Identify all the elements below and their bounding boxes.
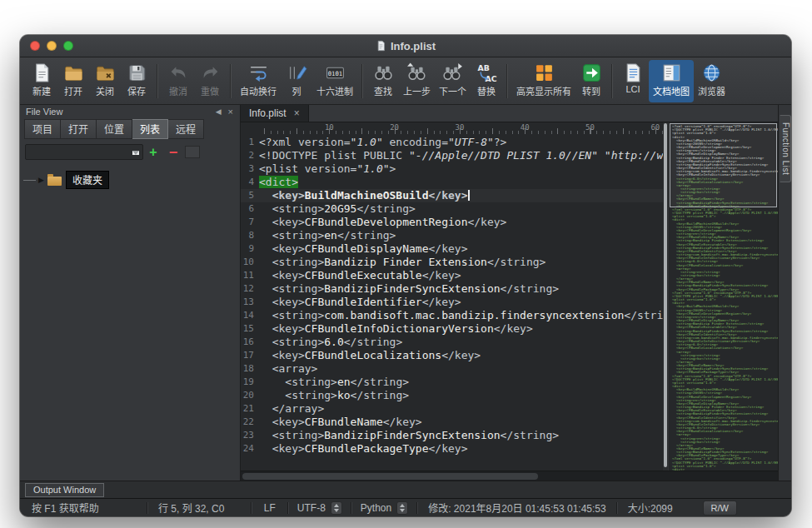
code-line-2[interactable]: 2<!DOCTYPE plist PUBLIC "-//Apple//DTD P…: [241, 149, 663, 162]
function-list-tab[interactable]: Function List: [780, 115, 791, 182]
code-line-21[interactable]: 21 </array>: [241, 402, 663, 416]
code-line-3[interactable]: 3<plist version="1.0">: [241, 162, 663, 176]
toolbar-separator: [611, 64, 613, 98]
toolbar-button-highlight-all[interactable]: 高亮显示所有: [512, 60, 575, 102]
minimize-window-button[interactable]: [47, 41, 57, 51]
toolbar-button-replace[interactable]: ABAC替换: [471, 60, 502, 102]
code-line-8[interactable]: 8 <string>en</string>: [241, 229, 663, 242]
status-help-text: 按 F1 获取帮助: [20, 501, 147, 515]
panel-close-icon[interactable]: ×: [228, 107, 233, 117]
undo-icon: [168, 62, 189, 83]
panel-collapse-icon[interactable]: ◀: [216, 107, 222, 116]
favorite-extra-button[interactable]: [185, 146, 200, 158]
sidebar-tab-location[interactable]: 位置: [97, 119, 132, 139]
code-line-6[interactable]: 6 <string>20G95</string>: [241, 202, 663, 216]
toolbar: 新建打开关闭保存撤消重做自动换行列0101十六进制查找上一步下一个ABAC替换高…: [20, 57, 791, 105]
toolbar-button-open-file[interactable]: 打开: [57, 60, 89, 102]
toolbar-button-label: 新建: [32, 84, 51, 97]
find-next-icon: [442, 62, 463, 83]
favorites-dropdown[interactable]: [25, 144, 143, 160]
vertical-scrollbar-thumb[interactable]: [664, 123, 667, 467]
toolbar-button-new-file[interactable]: 新建: [26, 60, 57, 102]
code-editor[interactable]: 1<?xml version="1.0" encoding="UTF-8"?>2…: [241, 134, 663, 471]
tree-expander-icon[interactable]: ▶: [38, 177, 44, 184]
sidebar-tab-list[interactable]: 列表: [132, 119, 168, 139]
toolbar-button-doc-map[interactable]: 文档地图: [649, 60, 694, 102]
output-window-button[interactable]: Output Window: [25, 483, 104, 497]
horizontal-scrollbar-thumb[interactable]: [242, 473, 538, 480]
file-view-panel: File View ◀ × 项目打开位置列表远程 + − ▶: [20, 105, 241, 481]
column-ruler: 102030405060: [241, 122, 663, 134]
code-line-7[interactable]: 7 <key>CFBundleDevelopmentRegion</key>: [241, 216, 663, 229]
code-line-16[interactable]: 16 <string>6.0</string>: [241, 336, 663, 349]
toolbar-button-browser[interactable]: 浏览器: [694, 60, 730, 102]
code-line-9[interactable]: 9 <key>CFBundleDisplayName</key>: [241, 242, 663, 256]
code-line-text: <?xml version="1.0" encoding="UTF-8"?>: [259, 136, 663, 149]
find-prev-icon: [406, 62, 427, 83]
code-line-text: <string>20G95</string>: [259, 202, 663, 216]
line-number: 1: [241, 136, 259, 149]
open-folder-icon: [63, 62, 84, 83]
code-line-15[interactable]: 15 <key>CFBundleInfoDictionaryVersion</k…: [241, 322, 663, 336]
toolbar-button-label: 十六进制: [316, 84, 353, 97]
code-line-22[interactable]: 22 <key>CFBundleName</key>: [241, 416, 663, 429]
toolbar-button-label: 保存: [127, 84, 146, 97]
code-line-4[interactable]: 4<dict>: [241, 176, 663, 189]
toolbar-button-save-file[interactable]: 保存: [121, 60, 152, 102]
status-cursor-position: 行 5, 列 32, C0: [148, 501, 251, 515]
code-line-17[interactable]: 17 <key>CFBundleLocalizations</key>: [241, 349, 663, 362]
code-line-1[interactable]: 1<?xml version="1.0" encoding="UTF-8"?>: [241, 136, 663, 149]
document-icon: [376, 40, 386, 52]
read-write-mode-button[interactable]: R/W: [703, 501, 737, 516]
code-line-19[interactable]: 19 <string>en</string>: [241, 376, 663, 389]
matched-tag-highlight: <dict>: [259, 176, 298, 188]
document-map-viewport[interactable]: [670, 123, 777, 207]
code-line-12[interactable]: 12 <string>BandizipFinderSyncExtension</…: [241, 282, 663, 296]
horizontal-scrollbar[interactable]: [241, 471, 778, 481]
encoding-stepper[interactable]: [331, 501, 342, 515]
line-number: 8: [241, 229, 259, 242]
tree-item-label[interactable]: 收藏夹: [66, 171, 109, 189]
toolbar-separator: [506, 64, 508, 98]
document-map[interactable]: <?xml version="1.0" encoding="UTF-8"?><!…: [668, 122, 778, 471]
sidebar-tab-open[interactable]: 打开: [61, 119, 97, 139]
toolbar-button-find[interactable]: 查找: [367, 60, 399, 102]
toolbar-button-hex-mode[interactable]: 0101十六进制: [312, 60, 357, 102]
toolbar-button-word-wrap[interactable]: 自动换行: [236, 60, 281, 102]
tree-item-favorites[interactable]: ▶ 收藏夹: [23, 172, 240, 187]
zoom-window-button[interactable]: [63, 41, 73, 51]
toolbar-button-label: 重做: [201, 84, 219, 97]
toolbar-button-find-next[interactable]: 下一个: [435, 60, 471, 102]
toolbar-button-column-mode[interactable]: 列: [281, 60, 312, 102]
remove-favorite-button[interactable]: −: [163, 144, 183, 160]
tab-close-icon[interactable]: ×: [294, 108, 300, 118]
traffic-lights: [30, 41, 73, 51]
code-line-24[interactable]: 24 <key>CFBundlePackageType</key>: [241, 442, 663, 456]
sidebar-tab-project[interactable]: 项目: [24, 119, 61, 139]
toolbar-separator: [157, 64, 158, 98]
sidebar-tab-remote[interactable]: 远程: [168, 119, 204, 139]
toolbar-button-find-prev[interactable]: 上一步: [399, 60, 435, 102]
folder-icon: [47, 177, 62, 186]
highlight-all-icon: [534, 62, 555, 83]
code-line-13[interactable]: 13 <key>CFBundleIdentifier</key>: [241, 296, 663, 309]
code-line-18[interactable]: 18 <array>: [241, 362, 663, 376]
code-line-10[interactable]: 10 <string>Bandizip Finder Extension</st…: [241, 256, 663, 269]
add-favorite-button[interactable]: +: [143, 144, 163, 160]
code-line-5[interactable]: 5 <key>BuildMachineOSBuild</key>: [241, 189, 663, 202]
code-line-20[interactable]: 20 <string>ko</string>: [241, 389, 663, 402]
toolbar-button-lci[interactable]: LCI: [617, 60, 649, 102]
toolbar-button-close-file[interactable]: 关闭: [89, 60, 121, 102]
code-line-14[interactable]: 14 <string>com.bandisoft.mac.bandizip.fi…: [241, 309, 663, 322]
line-number: 10: [241, 256, 259, 269]
document-tab-info-plist[interactable]: Info.plist ×: [241, 105, 309, 122]
code-pane[interactable]: 102030405060 1<?xml version="1.0" encodi…: [241, 122, 663, 471]
language-value: Python: [361, 502, 391, 514]
code-line-text: <key>CFBundlePackageType</key>: [259, 442, 663, 456]
language-stepper[interactable]: [396, 501, 408, 515]
code-line-11[interactable]: 11 <key>CFBundleExecutable</key>: [241, 269, 663, 282]
code-line-text: <key>CFBundleName</key>: [259, 416, 663, 429]
close-window-button[interactable]: [30, 41, 40, 51]
code-line-23[interactable]: 23 <string>BandizipFinderSyncExtension</…: [241, 429, 663, 442]
toolbar-button-goto[interactable]: 转到: [575, 60, 607, 102]
